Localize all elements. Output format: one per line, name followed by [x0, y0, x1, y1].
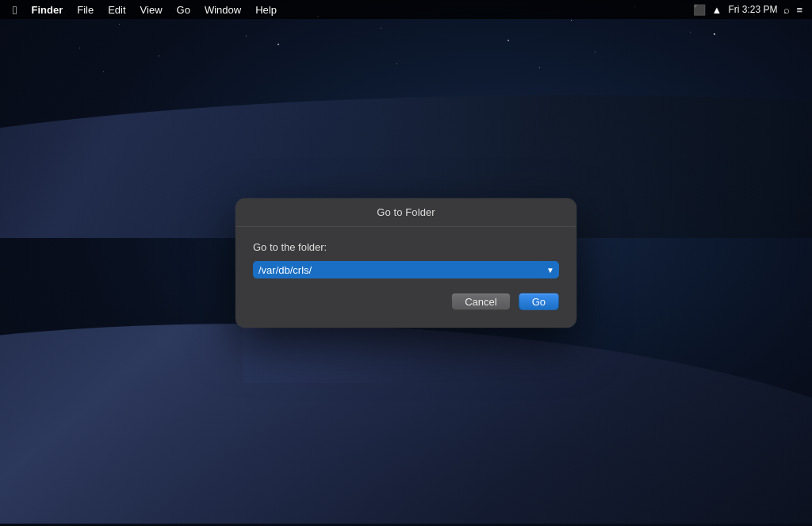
folder-path-input[interactable]: [253, 261, 542, 278]
go-to-folder-dialog: Go to Folder Go to the folder: ▼ Cancel …: [236, 198, 576, 328]
dropdown-button[interactable]: ▼: [542, 261, 559, 278]
dialog-titlebar: Go to Folder: [236, 198, 576, 227]
folder-label: Go to the folder:: [253, 241, 559, 253]
input-row: ▼: [253, 261, 559, 278]
chevron-down-icon: ▼: [546, 266, 554, 275]
cancel-button[interactable]: Cancel: [451, 293, 510, 310]
go-button[interactable]: Go: [519, 293, 559, 310]
dialog-overlay: Go to Folder Go to the folder: ▼ Cancel …: [0, 0, 812, 526]
dialog-body: Go to the folder: ▼ Cancel Go: [236, 227, 576, 328]
dialog-buttons: Cancel Go: [253, 293, 559, 310]
dialog-title: Go to Folder: [377, 206, 435, 218]
